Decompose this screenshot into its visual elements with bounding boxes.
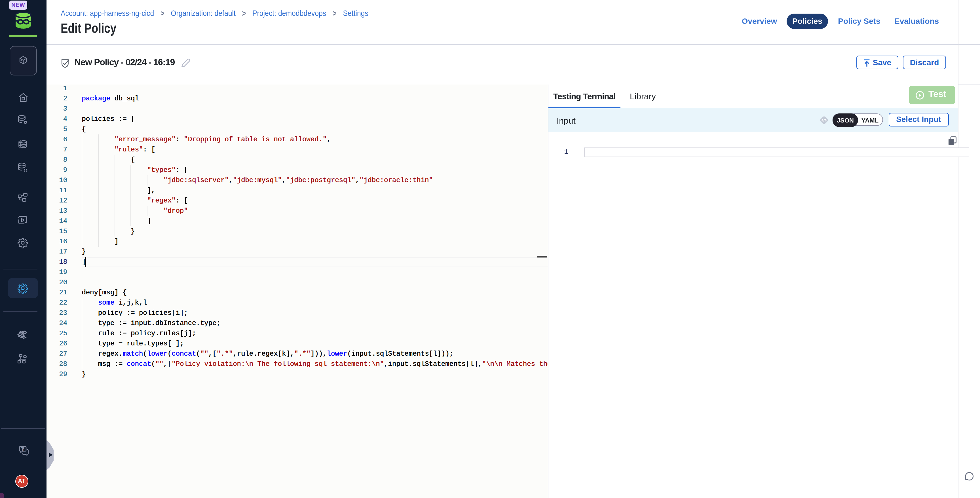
svg-text:?: ? [21, 446, 24, 451]
